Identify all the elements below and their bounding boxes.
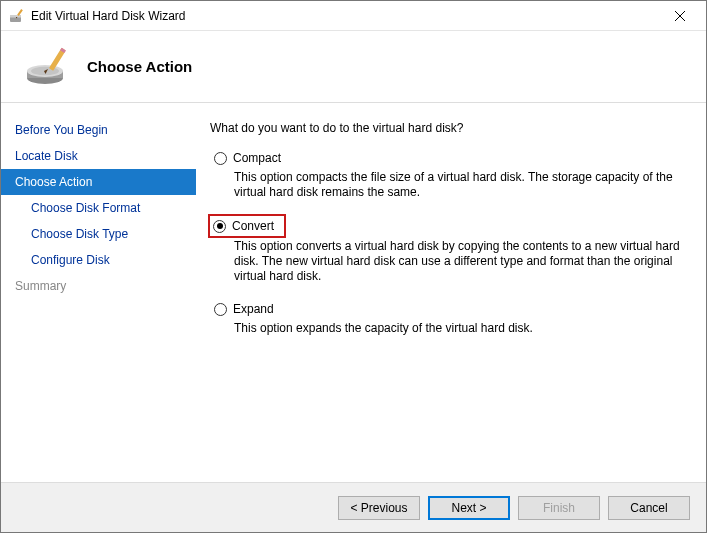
radio-compact-label: Compact — [233, 151, 281, 165]
wizard-footer: < Previous Next > Finish Cancel — [1, 482, 706, 532]
radio-expand-row[interactable]: Expand — [210, 300, 278, 318]
nav-before-you-begin[interactable]: Before You Begin — [1, 117, 196, 143]
svg-rect-2 — [17, 9, 23, 16]
wizard-header: Choose Action — [1, 31, 706, 103]
wizard-body: Before You Begin Locate Disk Choose Acti… — [1, 103, 706, 482]
page-title: Choose Action — [87, 58, 192, 75]
nav-choose-action[interactable]: Choose Action — [1, 169, 196, 195]
disk-pencil-icon — [25, 43, 73, 91]
option-expand: Expand This option expands the capacity … — [210, 300, 688, 336]
nav-locate-disk[interactable]: Locate Disk — [1, 143, 196, 169]
option-compact: Compact This option compacts the file si… — [210, 149, 688, 200]
nav-summary: Summary — [1, 273, 196, 299]
convert-description: This option converts a virtual hard disk… — [234, 239, 688, 284]
close-button[interactable] — [660, 2, 700, 30]
radio-compact[interactable] — [214, 152, 227, 165]
option-convert: Convert This option converts a virtual h… — [210, 216, 688, 284]
radio-expand[interactable] — [214, 303, 227, 316]
radio-compact-row[interactable]: Compact — [210, 149, 285, 167]
cancel-button[interactable]: Cancel — [608, 496, 690, 520]
expand-description: This option expands the capacity of the … — [234, 321, 688, 336]
radio-expand-label: Expand — [233, 302, 274, 316]
nav-choose-disk-format[interactable]: Choose Disk Format — [1, 195, 196, 221]
wizard-window: Edit Virtual Hard Disk Wizard Choose Act… — [0, 0, 707, 533]
wizard-nav: Before You Begin Locate Disk Choose Acti… — [1, 103, 196, 482]
next-button[interactable]: Next > — [428, 496, 510, 520]
radio-convert[interactable] — [213, 220, 226, 233]
finish-button: Finish — [518, 496, 600, 520]
previous-button[interactable]: < Previous — [338, 496, 420, 520]
radio-convert-label: Convert — [232, 219, 274, 233]
svg-rect-1 — [10, 15, 21, 18]
wizard-content: What do you want to do to the virtual ha… — [196, 103, 706, 482]
compact-description: This option compacts the file size of a … — [234, 170, 688, 200]
window-title: Edit Virtual Hard Disk Wizard — [31, 9, 660, 23]
titlebar: Edit Virtual Hard Disk Wizard — [1, 1, 706, 31]
content-question: What do you want to do to the virtual ha… — [210, 121, 688, 135]
nav-choose-disk-type[interactable]: Choose Disk Type — [1, 221, 196, 247]
radio-convert-row[interactable]: Convert — [210, 216, 284, 236]
nav-configure-disk[interactable]: Configure Disk — [1, 247, 196, 273]
app-icon — [9, 8, 25, 24]
